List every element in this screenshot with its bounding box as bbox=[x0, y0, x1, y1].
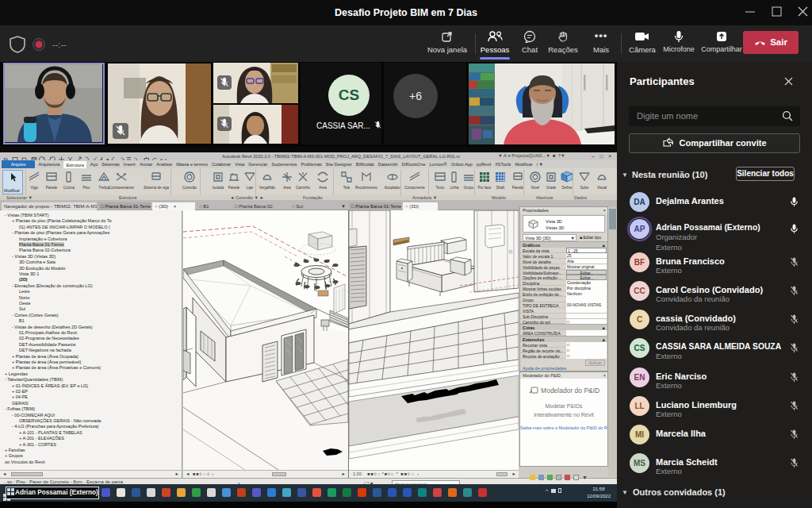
svg-text:--:--: --:-- bbox=[52, 40, 67, 49]
